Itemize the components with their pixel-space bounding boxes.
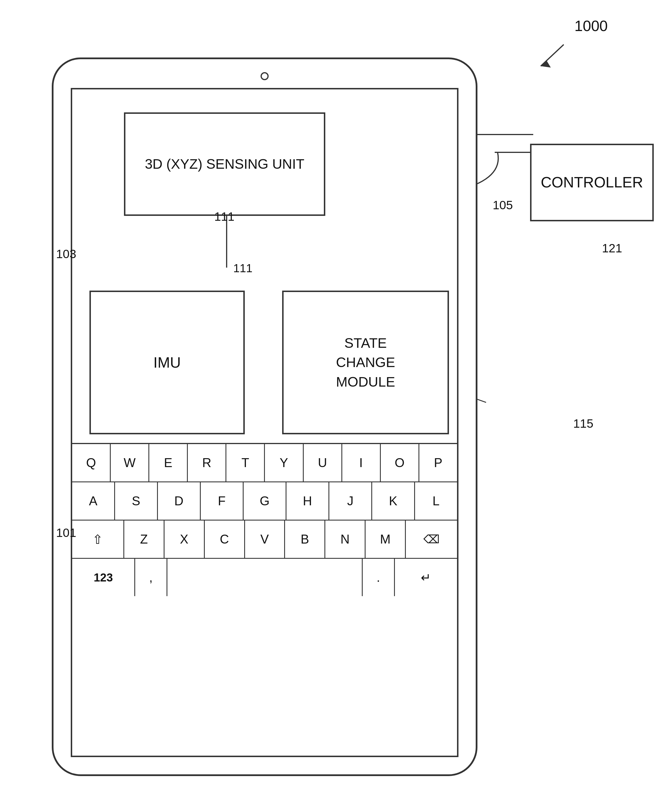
label-115: 115 (573, 417, 593, 431)
keyboard-row-2: A S D F G H J K L (72, 482, 457, 521)
label-105: 105 (493, 198, 513, 212)
key-d[interactable]: D (158, 482, 201, 520)
sensing-unit-label: 3D (XYZ) SENSING UNIT (145, 155, 305, 173)
shift-icon: ⇧ (92, 532, 103, 547)
key-p[interactable]: P (419, 444, 457, 481)
sensing-unit-box: 3D (XYZ) SENSING UNIT (124, 112, 325, 216)
key-z[interactable]: Z (124, 521, 165, 558)
keyboard-row-3: ⇧ Z X C V B N M ⌫ (72, 521, 457, 559)
key-e[interactable]: E (149, 444, 188, 481)
key-o[interactable]: O (381, 444, 419, 481)
label-121: 121 (602, 241, 622, 255)
keyboard-row-4: 123 , . ↵ (72, 559, 457, 596)
key-space[interactable] (167, 559, 363, 596)
key-q[interactable]: Q (72, 444, 111, 481)
key-period[interactable]: . (363, 559, 395, 596)
key-g[interactable]: G (244, 482, 286, 520)
key-h[interactable]: H (286, 482, 329, 520)
key-b[interactable]: B (285, 521, 325, 558)
label-101: 101 (56, 526, 76, 540)
controller-label: CONTROLLER (541, 173, 643, 192)
return-icon: ↵ (421, 571, 431, 584)
svg-line-0 (541, 44, 564, 66)
key-w[interactable]: W (111, 444, 149, 481)
scm-label: STATECHANGEMODULE (336, 333, 395, 391)
diagram: 1000 3D (XYZ) SENSING UNIT 111 IMU STATE… (0, 0, 671, 812)
screen: 3D (XYZ) SENSING UNIT 111 IMU STATECHANG… (71, 88, 458, 757)
key-c[interactable]: C (205, 521, 245, 558)
key-comma[interactable]: , (135, 559, 167, 596)
key-f[interactable]: F (201, 482, 244, 520)
key-v[interactable]: V (245, 521, 285, 558)
key-return[interactable]: ↵ (395, 559, 457, 596)
ref-111: 111 (233, 262, 252, 275)
connector-line-v (226, 216, 227, 268)
keyboard: Q W E R T Y U I O P A S D F G (72, 443, 457, 596)
backspace-icon: ⌫ (423, 533, 440, 546)
key-u[interactable]: U (304, 444, 342, 481)
key-j[interactable]: J (329, 482, 372, 520)
figure-number: 1000 (574, 17, 608, 34)
tablet-device: 3D (XYZ) SENSING UNIT 111 IMU STATECHANG… (52, 58, 477, 776)
key-m[interactable]: M (366, 521, 406, 558)
key-y[interactable]: Y (265, 444, 303, 481)
key-shift[interactable]: ⇧ (72, 521, 124, 558)
key-x[interactable]: X (165, 521, 205, 558)
key-l[interactable]: L (415, 482, 457, 520)
key-i[interactable]: I (342, 444, 381, 481)
key-t[interactable]: T (227, 444, 265, 481)
state-change-module-box: STATECHANGEMODULE (282, 290, 449, 434)
key-k[interactable]: K (372, 482, 415, 520)
key-s[interactable]: S (115, 482, 158, 520)
key-123[interactable]: 123 (72, 559, 135, 596)
connector-line-h (476, 134, 533, 135)
key-backspace[interactable]: ⌫ (406, 521, 457, 558)
key-n[interactable]: N (325, 521, 366, 558)
camera-dot (261, 72, 269, 80)
controller-box: CONTROLLER (530, 144, 654, 221)
key-r[interactable]: R (188, 444, 227, 481)
imu-box: IMU (89, 290, 245, 434)
svg-marker-1 (541, 60, 551, 68)
label-111: 111 (214, 210, 234, 224)
imu-label: IMU (153, 354, 181, 371)
keyboard-row-1: Q W E R T Y U I O P (72, 444, 457, 482)
label-103: 103 (56, 247, 76, 261)
key-a[interactable]: A (72, 482, 115, 520)
